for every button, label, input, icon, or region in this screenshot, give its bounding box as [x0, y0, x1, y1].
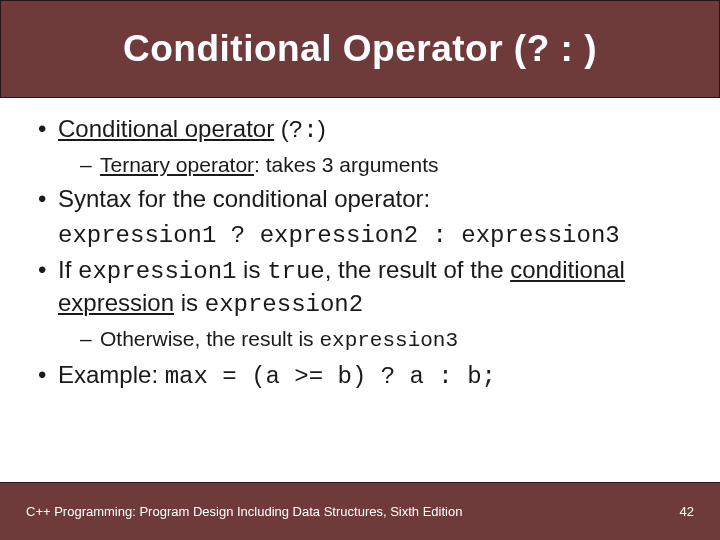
- slide-title: Conditional Operator (? : ): [123, 28, 597, 70]
- text-conditional-operator: Conditional operator: [58, 115, 274, 142]
- text-true: true: [267, 258, 325, 285]
- bullet-list-2: If expression1 is true, the result of th…: [34, 255, 686, 392]
- sub-bullet-list: Ternary operator: takes 3 arguments: [58, 151, 686, 178]
- bullet-example: Example: max = (a >= b) ? a : b;: [34, 360, 686, 393]
- bullet-list: Conditional operator (?:) Ternary operat…: [34, 114, 686, 215]
- text-expr2: expression2: [205, 291, 363, 318]
- bullet-if-expression: If expression1 is true, the result of th…: [34, 255, 686, 354]
- text-paren-close: ): [318, 115, 326, 142]
- bullet-conditional-operator: Conditional operator (?:) Ternary operat…: [34, 114, 686, 178]
- text-result-of: , the result of the: [325, 256, 510, 283]
- text-expr3: expression3: [319, 329, 458, 352]
- text-otherwise: Otherwise, the result is: [100, 327, 319, 350]
- text-example-label: Example:: [58, 361, 165, 388]
- text-ternary-operator: Ternary operator: [100, 153, 254, 176]
- text-op-symbol: ?:: [289, 117, 318, 144]
- title-bar: Conditional Operator (? : ): [0, 0, 720, 98]
- text-syntax-intro: Syntax for the conditional operator:: [58, 185, 430, 212]
- text-example-code: max = (a >= b) ? a : b;: [165, 363, 496, 390]
- syntax-line: expression1 ? expression2 : expression3: [34, 219, 686, 252]
- footer-page-number: 42: [680, 504, 694, 519]
- slide: Conditional Operator (? : ) Conditional …: [0, 0, 720, 540]
- footer-bar: C++ Programming: Program Design Includin…: [0, 482, 720, 540]
- bullet-syntax: Syntax for the conditional operator:: [34, 184, 686, 215]
- text-paren-open: (: [274, 115, 289, 142]
- footer-text: C++ Programming: Program Design Includin…: [26, 504, 462, 519]
- sub-bullet-ternary: Ternary operator: takes 3 arguments: [58, 151, 686, 178]
- slide-content: Conditional operator (?:) Ternary operat…: [0, 98, 720, 393]
- sub-bullet-list-2: Otherwise, the result is expression3: [58, 325, 686, 354]
- text-if: If: [58, 256, 78, 283]
- text-is: is: [236, 256, 267, 283]
- text-syntax-expression: expression1 ? expression2 : expression3: [58, 222, 620, 249]
- text-is2: is: [174, 289, 205, 316]
- text-expr1: expression1: [78, 258, 236, 285]
- text-ternary-post: : takes 3 arguments: [254, 153, 438, 176]
- sub-bullet-otherwise: Otherwise, the result is expression3: [58, 325, 686, 354]
